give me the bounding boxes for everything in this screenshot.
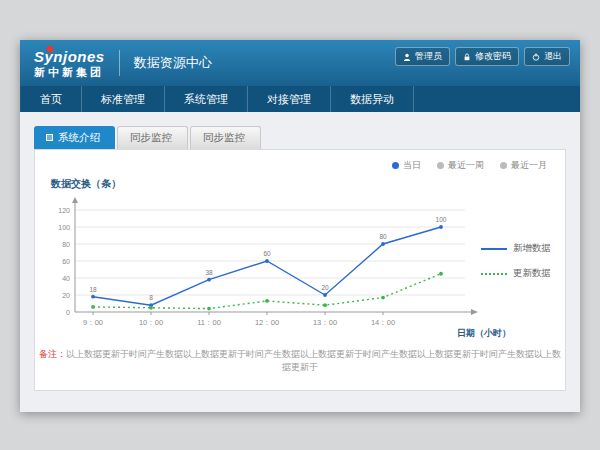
svg-text:14：00: 14：00 [371, 318, 395, 327]
series-legend: 新增数据更新数据 [481, 242, 551, 280]
svg-text:120: 120 [58, 207, 70, 214]
legend-dot-icon [500, 162, 507, 169]
tab-label: 系统介绍 [58, 131, 100, 145]
main-nav: 首页标准管理系统管理对接管理数据异动 [20, 86, 580, 112]
tab-2[interactable]: 同步监控 [190, 126, 261, 149]
tab-bar: 系统介绍同步监控同步监控 [34, 126, 566, 149]
brand-logo: Synjones 新中新集团 [34, 49, 105, 78]
nav-item-1[interactable]: 标准管理 [82, 86, 165, 112]
svg-text:日期（小时）: 日期（小时） [457, 328, 511, 338]
svg-text:18: 18 [89, 286, 97, 293]
series-legend-item-1[interactable]: 更新数据 [481, 267, 551, 280]
nav-item-0[interactable]: 首页 [20, 86, 82, 112]
page-title: 数据资源中心 [119, 50, 212, 76]
chart-filter-label: 最近一周 [448, 159, 484, 172]
svg-text:20: 20 [321, 284, 329, 291]
series-legend-label: 更新数据 [513, 267, 551, 280]
line-chart: 0204060801001209：0010：0011：0012：0013：001… [41, 194, 523, 354]
app-header: Synjones 新中新集团 数据资源中心 管理员 修改密码 退出 [20, 40, 580, 86]
svg-text:80: 80 [379, 233, 387, 240]
content-area: 系统介绍同步监控同步监控 当日最近一周最近一月 数据交换（条） 02040608… [20, 112, 580, 412]
svg-text:100: 100 [436, 216, 447, 223]
nav-item-2[interactable]: 系统管理 [165, 86, 248, 112]
y-axis-title: 数据交换（条） [51, 177, 121, 191]
chart-filter-legend: 当日最近一周最近一月 [392, 159, 547, 172]
chart-filter-2[interactable]: 最近一月 [500, 159, 547, 172]
svg-text:100: 100 [58, 224, 70, 231]
series-legend-item-0[interactable]: 新增数据 [481, 242, 551, 255]
chart-card: 当日最近一周最近一月 数据交换（条） 0204060801001209：0010… [34, 149, 566, 391]
change-password-button[interactable]: 修改密码 [455, 47, 519, 66]
note-label: 备注： [39, 349, 66, 359]
svg-text:8: 8 [149, 294, 153, 301]
admin-button-label: 管理员 [415, 50, 442, 63]
chart-filter-0[interactable]: 当日 [392, 159, 421, 172]
tab-label: 同步监控 [130, 131, 172, 145]
tab-label: 同步监控 [203, 131, 245, 145]
chart-filter-1[interactable]: 最近一周 [437, 159, 484, 172]
power-icon [532, 53, 540, 61]
svg-text:0: 0 [66, 309, 70, 316]
lock-icon [463, 53, 471, 61]
legend-dot-icon [437, 162, 444, 169]
tab-grid-icon [46, 134, 53, 141]
footer-note: 备注：以上数据更新于时间产生数据以上数据更新于时间产生数据以上数据更新于时间产生… [35, 348, 565, 374]
legend-dot-icon [392, 162, 399, 169]
svg-text:20: 20 [62, 292, 70, 299]
admin-button[interactable]: 管理员 [395, 47, 450, 66]
svg-text:60: 60 [263, 250, 271, 257]
svg-text:60: 60 [62, 258, 70, 265]
user-icon [403, 53, 411, 61]
logout-button-label: 退出 [544, 50, 562, 63]
tab-0[interactable]: 系统介绍 [34, 126, 115, 149]
svg-text:13：00: 13：00 [313, 318, 337, 327]
svg-text:10：00: 10：00 [139, 318, 163, 327]
series-line-icon [481, 248, 507, 250]
chart-filter-label: 最近一月 [511, 159, 547, 172]
nav-item-4[interactable]: 数据异动 [331, 86, 414, 112]
app-window: Synjones 新中新集团 数据资源中心 管理员 修改密码 退出 首页标准管理… [20, 40, 580, 412]
chart-filter-label: 当日 [403, 159, 421, 172]
svg-text:12：00: 12：00 [255, 318, 279, 327]
series-line-icon [481, 273, 507, 275]
logout-button[interactable]: 退出 [524, 47, 570, 66]
note-text: 以上数据更新于时间产生数据以上数据更新于时间产生数据以上数据更新于时间产生数据以… [66, 349, 561, 372]
svg-text:40: 40 [62, 275, 70, 282]
svg-text:9：00: 9：00 [83, 318, 103, 327]
brand-name-en: Synjones [34, 49, 105, 64]
svg-text:80: 80 [62, 241, 70, 248]
tab-1[interactable]: 同步监控 [117, 126, 188, 149]
svg-text:11：00: 11：00 [197, 318, 221, 327]
nav-item-3[interactable]: 对接管理 [248, 86, 331, 112]
brand-name-cn: 新中新集团 [34, 67, 105, 78]
svg-text:38: 38 [205, 269, 213, 276]
header-actions: 管理员 修改密码 退出 [395, 47, 570, 66]
change-password-label: 修改密码 [475, 50, 511, 63]
series-legend-label: 新增数据 [513, 242, 551, 255]
